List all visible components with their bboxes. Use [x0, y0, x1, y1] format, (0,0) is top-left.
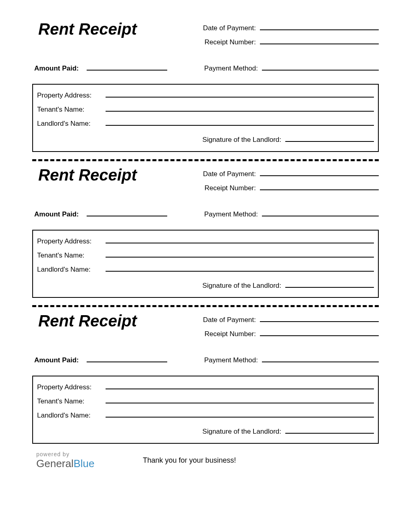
header-row: Rent Receipt Date of Payment: Receipt Nu… — [32, 166, 379, 196]
signature-row: Signature of the Landlord: — [37, 280, 374, 290]
payment-method-input-line[interactable] — [262, 354, 379, 362]
amount-input-line[interactable] — [87, 62, 167, 71]
number-label: Receipt Number: — [185, 184, 260, 192]
amount-label: Amount Paid: — [34, 64, 87, 73]
payment-method-input-line[interactable] — [262, 62, 379, 71]
number-label: Receipt Number: — [185, 38, 260, 46]
property-row: Property Address: — [37, 235, 374, 245]
payment-method-label: Payment Method: — [193, 64, 262, 73]
details-box: Property Address: Tenant's Name: Landlor… — [32, 84, 379, 152]
date-field-row: Date of Payment: — [185, 314, 379, 324]
property-label: Property Address: — [37, 383, 106, 391]
property-input-line[interactable] — [106, 89, 374, 98]
landlord-label: Landlord's Name: — [37, 120, 106, 128]
details-box: Property Address: Tenant's Name: Landlor… — [32, 376, 379, 444]
property-input-line[interactable] — [106, 235, 374, 243]
divider-line — [32, 305, 379, 307]
property-input-line[interactable] — [106, 381, 374, 389]
number-field-row: Receipt Number: — [185, 36, 379, 46]
number-field-row: Receipt Number: — [185, 182, 379, 192]
divider-line — [32, 159, 379, 161]
number-label: Receipt Number: — [185, 330, 260, 338]
amount-row: Amount Paid: Payment Method: — [32, 208, 379, 218]
property-label: Property Address: — [37, 237, 106, 245]
amount-input-line[interactable] — [87, 208, 167, 216]
brand-name: GeneralBlue — [36, 457, 95, 470]
signature-label: Signature of the Landlord: — [202, 282, 285, 290]
landlord-input-line[interactable] — [106, 264, 374, 272]
signature-input-line[interactable] — [285, 426, 374, 434]
landlord-label: Landlord's Name: — [37, 266, 106, 274]
signature-row: Signature of the Landlord: — [37, 426, 374, 436]
number-input-line[interactable] — [260, 328, 379, 336]
receipt-block-2: Rent Receipt Date of Payment: Receipt Nu… — [32, 166, 379, 307]
date-field-row: Date of Payment: — [185, 22, 379, 32]
number-field-row: Receipt Number: — [185, 328, 379, 338]
header-fields: Date of Payment: Receipt Number: — [185, 312, 379, 342]
date-input-line[interactable] — [260, 168, 379, 176]
date-input-line[interactable] — [260, 22, 379, 30]
tenant-label: Tenant's Name: — [37, 397, 106, 405]
signature-label: Signature of the Landlord: — [202, 136, 285, 144]
tenant-row: Tenant's Name: — [37, 104, 374, 114]
thank-you-text: Thank you for your business! — [143, 456, 236, 465]
signature-input-line[interactable] — [285, 280, 374, 288]
date-label: Date of Payment: — [185, 170, 260, 178]
powered-by-text: powered by — [36, 451, 95, 457]
details-box: Property Address: Tenant's Name: Landlor… — [32, 230, 379, 298]
header-fields: Date of Payment: Receipt Number: — [185, 166, 379, 196]
tenant-row: Tenant's Name: — [37, 249, 374, 260]
receipt-title: Rent Receipt — [32, 312, 185, 330]
amount-label: Amount Paid: — [34, 356, 87, 364]
tenant-label: Tenant's Name: — [37, 106, 106, 114]
landlord-row: Landlord's Name: — [37, 118, 374, 128]
tenant-input-line[interactable] — [106, 104, 374, 112]
property-row: Property Address: — [37, 89, 374, 100]
landlord-label: Landlord's Name: — [37, 411, 106, 420]
landlord-input-line[interactable] — [106, 409, 374, 418]
date-field-row: Date of Payment: — [185, 168, 379, 178]
payment-method-input-line[interactable] — [262, 208, 379, 216]
receipt-title: Rent Receipt — [32, 20, 185, 38]
footer: powered by GeneralBlue Thank you for you… — [32, 451, 379, 470]
tenant-input-line[interactable] — [106, 249, 374, 258]
receipt-block-3: Rent Receipt Date of Payment: Receipt Nu… — [32, 312, 379, 444]
header-row: Rent Receipt Date of Payment: Receipt Nu… — [32, 312, 379, 342]
footer-logo: powered by GeneralBlue — [32, 451, 95, 470]
receipt-title: Rent Receipt — [32, 166, 185, 184]
header-row: Rent Receipt Date of Payment: Receipt Nu… — [32, 20, 379, 50]
number-input-line[interactable] — [260, 36, 379, 44]
landlord-row: Landlord's Name: — [37, 409, 374, 420]
tenant-label: Tenant's Name: — [37, 251, 106, 260]
landlord-input-line[interactable] — [106, 118, 374, 126]
amount-row: Amount Paid: Payment Method: — [32, 354, 379, 364]
property-label: Property Address: — [37, 91, 106, 100]
tenant-input-line[interactable] — [106, 395, 374, 403]
signature-label: Signature of the Landlord: — [202, 428, 285, 436]
date-input-line[interactable] — [260, 314, 379, 322]
landlord-row: Landlord's Name: — [37, 264, 374, 274]
signature-input-line[interactable] — [285, 134, 374, 142]
amount-row: Amount Paid: Payment Method: — [32, 62, 379, 73]
brand-blue: Blue — [74, 457, 95, 470]
number-input-line[interactable] — [260, 182, 379, 190]
date-label: Date of Payment: — [185, 24, 260, 32]
signature-row: Signature of the Landlord: — [37, 134, 374, 144]
property-row: Property Address: — [37, 381, 374, 391]
payment-method-label: Payment Method: — [193, 356, 262, 364]
date-label: Date of Payment: — [185, 316, 260, 324]
payment-method-label: Payment Method: — [193, 210, 262, 218]
amount-label: Amount Paid: — [34, 210, 87, 218]
tenant-row: Tenant's Name: — [37, 395, 374, 405]
header-fields: Date of Payment: Receipt Number: — [185, 20, 379, 50]
brand-general: General — [36, 457, 74, 470]
amount-input-line[interactable] — [87, 354, 167, 362]
receipt-block-1: Rent Receipt Date of Payment: Receipt Nu… — [32, 20, 379, 161]
